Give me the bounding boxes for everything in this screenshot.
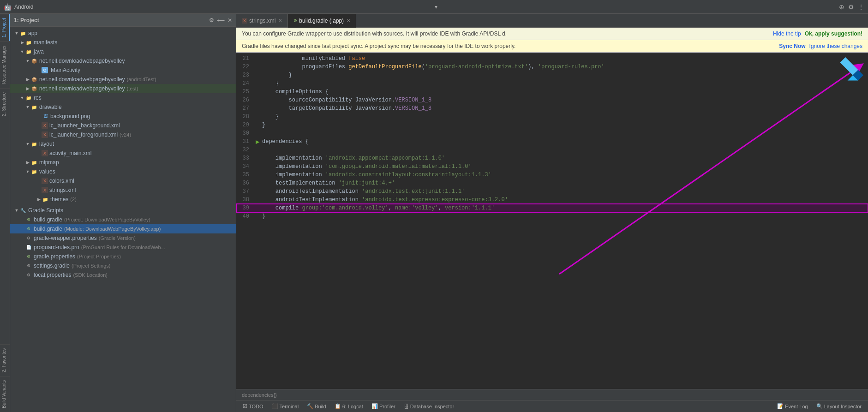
xml-icon-activity-main: X <box>42 150 48 156</box>
db-inspector-button[interactable]: 🗄 Database Inspector <box>400 403 458 410</box>
tabs-bar: X strings.xml ✕ ⚙ build.gradle (:app) ✕ <box>236 14 868 28</box>
secondary-androidtest: (androidTest) <box>126 77 156 82</box>
tree-item-mainactivity[interactable]: C MainActivity <box>10 66 236 75</box>
tree-container[interactable]: ▼ 📁 app ▶ 📁 manifests ▼ 📁 java <box>10 27 236 412</box>
label-ic-bg-xml: ic_launcher_background.xml <box>49 122 120 129</box>
tree-item-drawable[interactable]: ▼ 📁 drawable <box>10 102 236 112</box>
title-bar-title: Android <box>14 4 33 10</box>
tree-item-layout[interactable]: ▼ 📁 layout <box>10 139 236 149</box>
tree-item-ic-bg-xml[interactable]: X ic_launcher_background.xml <box>10 121 236 130</box>
tree-item-bg-png[interactable]: 🖼 background.png <box>10 112 236 121</box>
arrow-pkg-test: ▶ <box>25 86 30 91</box>
tree-item-pkg-test[interactable]: ▶ 📦 net.nell.downloadwebpagebyvolley (te… <box>10 84 236 93</box>
label-ic-fg-xml: ic_launcher_foreground.xml <box>49 131 118 138</box>
tree-item-manifests[interactable]: ▶ 📁 manifests <box>10 38 236 47</box>
label-layout: layout <box>39 141 54 147</box>
secondary-themes: (2) <box>70 197 76 202</box>
tree-item-app[interactable]: ▼ 📁 app <box>10 29 236 38</box>
settings-icon[interactable]: ⚙ <box>848 3 854 11</box>
layout-inspector-button[interactable]: 🔍 Layout Inspector <box>813 402 865 410</box>
ignore-changes-link[interactable]: Ignore these changes <box>809 43 862 49</box>
build-button[interactable]: 🔨 Build <box>303 402 329 410</box>
tab-favorites[interactable]: 2: Favorites <box>0 344 10 376</box>
tab-resource-manager[interactable]: Resource Manager <box>0 41 10 88</box>
tree-item-proguard[interactable]: 📄 proguard-rules.pro (ProGuard Rules for… <box>10 243 236 252</box>
apply-suggestion-link[interactable]: Ok, apply suggestion! <box>805 30 862 37</box>
tree-item-ic-fg-xml[interactable]: X ic_launcher_foreground.xml (v24) <box>10 130 236 139</box>
logcat-label: 6: Logcat <box>342 404 363 409</box>
line-num-30: 30 <box>236 129 253 137</box>
tree-item-colors-xml[interactable]: X colors.xml <box>10 176 236 185</box>
sync-now-link[interactable]: Sync Now <box>779 43 805 49</box>
db-icon: 🗄 <box>404 404 409 409</box>
code-line-34: 34 implementation 'com.google.android.ma… <box>236 162 868 171</box>
line-num-32: 32 <box>236 146 253 154</box>
panel-icon-settings[interactable]: ⚙ <box>209 17 214 24</box>
xml-icon-colors: X <box>42 178 48 184</box>
profiler-button[interactable]: 📊 Profiler <box>368 402 399 410</box>
panel-header-title: 1: Project <box>14 17 209 24</box>
line-num-39: 39 <box>236 204 253 212</box>
panel-icon-close[interactable]: ✕ <box>227 17 232 24</box>
tree-item-pkg-androidtest[interactable]: ▶ 📦 net.nell.downloadwebpagebyvolley (an… <box>10 75 236 84</box>
folder-icon-res: 📁 <box>25 94 32 102</box>
todo-button[interactable]: ☑ TODO <box>239 402 267 410</box>
tree-item-themes[interactable]: ▶ 📁 themes (2) <box>10 195 236 204</box>
line-num-34: 34 <box>236 162 253 171</box>
globe-icon[interactable]: ⊕ <box>839 3 844 11</box>
tab-structure[interactable]: 2: Structure <box>0 88 10 120</box>
tree-item-res[interactable]: ▼ 📁 res <box>10 93 236 102</box>
tree-item-settings-gradle[interactable]: ⚙ settings.gradle (Project Settings) <box>10 261 236 270</box>
tree-item-pkg-main[interactable]: ▼ 📦 net.nell.downloadwebpagebyvolley <box>10 56 236 66</box>
tab-gradle-close[interactable]: ✕ <box>347 18 350 23</box>
tree-item-mipmap[interactable]: ▶ 📁 mipmap <box>10 158 236 167</box>
label-mipmap: mipmap <box>39 159 59 166</box>
tab-build-gradle-app[interactable]: ⚙ build.gradle (:app) ✕ <box>288 14 356 28</box>
editor-wrapper: 21 minifyEnabled false 22 proguardFiles … <box>236 53 868 389</box>
line-num-38: 38 <box>236 196 253 204</box>
tab-gradle-label: build.gradle (:app) <box>299 18 344 24</box>
title-dropdown-icon[interactable]: ▾ <box>435 4 437 10</box>
title-bar-icons: ⊕ ⚙ ⋮ <box>839 3 864 11</box>
notification-gradle-tip: You can configure Gradle wrapper to use … <box>236 28 868 40</box>
panel-icon-collapse[interactable]: ⟵ <box>217 17 225 24</box>
event-log-button[interactable]: 📝 Event Log <box>773 402 812 410</box>
layout-inspector-label: Layout Inspector <box>824 404 862 409</box>
tab-strings-close[interactable]: ✕ <box>278 18 282 23</box>
tab-build-variants[interactable]: Build Variants <box>0 376 10 412</box>
line-num-37: 37 <box>236 187 253 196</box>
tree-item-java[interactable]: ▼ 📁 java <box>10 47 236 56</box>
tree-item-activity-main[interactable]: X activity_main.xml <box>10 149 236 158</box>
line-num-29: 29 <box>236 121 253 129</box>
tree-item-build-gradle-app[interactable]: ⚙ build.gradle (Module: DownloadWebPageB… <box>10 224 236 233</box>
arrow-gradle-scripts: ▼ <box>14 208 19 213</box>
arrow-app: ▼ <box>14 31 19 36</box>
logcat-button[interactable]: 📋 6: Logcat <box>331 402 367 410</box>
tree-item-values[interactable]: ▼ 📁 values <box>10 167 236 176</box>
folder-icon-pkg-main: 📦 <box>30 57 38 65</box>
tab-strings-xml[interactable]: X strings.xml ✕ <box>236 14 288 28</box>
more-icon[interactable]: ⋮ <box>858 3 864 11</box>
panel-header-icons: ⚙ ⟵ ✕ <box>209 17 232 24</box>
tree-item-local-properties[interactable]: ⚙ local.properties (SDK Location) <box>10 270 236 280</box>
arrow-layout: ▼ <box>25 142 30 146</box>
tree-item-build-gradle-proj[interactable]: ⚙ build.gradle (Project: DownloadWebPage… <box>10 215 236 224</box>
tree-item-strings-xml[interactable]: X strings.xml <box>10 185 236 195</box>
tree-item-gradle-scripts[interactable]: ▼ 🔧 Gradle Scripts <box>10 206 236 215</box>
line-content-40: } <box>262 212 265 221</box>
xml-icon-strings: X <box>42 187 48 193</box>
tree-item-gradle-properties[interactable]: ⚙ gradle.properties (Project Properties) <box>10 252 236 261</box>
left-vertical-tabs: 1: Project Resource Manager 2: Structure… <box>0 14 10 412</box>
line-content-27: targetCompatibility JavaVersion.VERSION_… <box>262 104 431 113</box>
terminal-button[interactable]: ⬛ Terminal <box>268 402 303 410</box>
tab-project[interactable]: 1: Project <box>0 14 10 41</box>
code-line-27: 27 targetCompatibility JavaVersion.VERSI… <box>236 104 868 113</box>
png-icon-bg: 🖼 <box>42 113 49 120</box>
code-editor[interactable]: 21 minifyEnabled false 22 proguardFiles … <box>236 53 868 389</box>
code-line-38: 38 androidTestImplementation 'androidx.t… <box>236 196 868 204</box>
hide-tip-link[interactable]: Hide the tip <box>773 30 801 37</box>
tree-item-gradle-wrapper-props[interactable]: ⚙ gradle-wrapper.properties (Gradle Vers… <box>10 233 236 243</box>
code-line-22: 22 proguardFiles getDefaultProguardFile(… <box>236 63 868 71</box>
folder-icon-manifests: 📁 <box>25 39 32 46</box>
tab-xml-icon: X <box>242 18 247 24</box>
